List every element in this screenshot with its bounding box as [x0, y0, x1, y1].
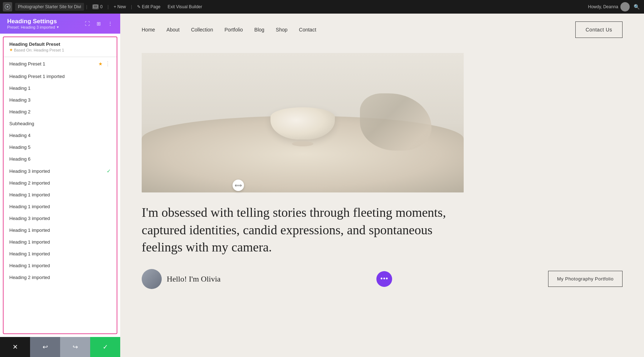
preset-item-name: Heading 2	[9, 109, 111, 114]
hero-caption-text: I'm obsessed with telling stories throug…	[142, 204, 449, 256]
preset-item-name: Subheading	[9, 121, 111, 126]
preset-item-name: Heading 2 imported	[9, 275, 111, 280]
preset-item-name: Heading 3	[9, 97, 111, 103]
preset-item-name: Heading 1 imported	[9, 228, 111, 233]
preset-item[interactable]: Heading Preset 1 imported	[4, 70, 117, 82]
preset-item[interactable]: Heading 3 imported✓	[4, 165, 117, 177]
preset-item[interactable]: Heading 2	[4, 106, 117, 118]
preset-item[interactable]: Heading 1 imported	[4, 189, 117, 201]
preset-item-name: Heading 1 imported	[9, 251, 111, 256]
profile-left: Hello! I'm Olivia	[142, 269, 221, 289]
preset-item[interactable]: Heading 1 imported	[4, 224, 117, 236]
preset-item-name: Heading 3 imported	[9, 216, 111, 221]
hero-image	[142, 53, 464, 192]
preset-item-name: Heading 1 imported	[9, 263, 111, 268]
dots-fab-button[interactable]: •••	[376, 271, 392, 287]
preset-item[interactable]: Heading 5	[4, 141, 117, 153]
chevron-down-icon: ▼	[56, 25, 59, 29]
preset-item[interactable]: Heading 3	[4, 94, 117, 106]
preset-item[interactable]: Heading 1 imported	[4, 236, 117, 248]
nav-portfolio[interactable]: Portfolio	[224, 27, 243, 33]
comment-bubble-icon	[92, 4, 99, 9]
layout-icon[interactable]: ⊞	[94, 19, 103, 28]
comment-count[interactable]: 0	[89, 3, 106, 11]
edit-page-button[interactable]: ✎ Edit Page	[134, 3, 163, 11]
profile-row: Hello! I'm Olivia ••• My Photography Por…	[142, 269, 623, 289]
preset-item[interactable]: Heading 1 imported	[4, 201, 117, 212]
search-icon[interactable]: 🔍	[632, 2, 641, 11]
main-layout: Heading Settings Preset: Heading 3 impor…	[0, 14, 644, 357]
cancel-button[interactable]: ✕	[0, 337, 30, 357]
preset-item[interactable]: Heading 2 imported	[4, 177, 117, 189]
preset-item-name: Heading 4	[9, 133, 111, 138]
wp-admin-bar: Photographer Starter Site for Divi | 0 |…	[0, 0, 644, 14]
nav-collection[interactable]: Collection	[191, 27, 213, 33]
panel-bottom-bar: ✕ ↩ ↪ ✓	[0, 337, 120, 357]
site-navigation: Home About Collection Portfolio Blog Sho…	[120, 14, 644, 46]
howdy-user: Howdy, Deanna 🔍	[588, 2, 641, 11]
preset-item[interactable]: Heading Preset 1★⋮	[4, 57, 117, 70]
preset-star-icon[interactable]: ★	[98, 61, 103, 67]
bowl-base	[292, 141, 313, 146]
panel-subtitle[interactable]: Preset: Heading 3 imported ▼	[7, 25, 59, 29]
content-area: ⟺ Home About Collection Portfolio Blog S…	[120, 14, 644, 357]
portfolio-button[interactable]: My Photography Portfolio	[548, 271, 623, 287]
preset-item[interactable]: Heading 6	[4, 153, 117, 165]
preset-item-name: Heading Preset 1 imported	[9, 74, 111, 79]
nav-links: Home About Collection Portfolio Blog Sho…	[142, 27, 316, 33]
preset-item-name: Heading 1 imported	[9, 192, 111, 197]
preset-item-name: Heading 1 imported	[9, 204, 111, 209]
panel-header: Heading Settings Preset: Heading 3 impor…	[0, 14, 120, 34]
svg-point-1	[7, 6, 9, 8]
page-content: I'm obsessed with telling stories throug…	[120, 46, 644, 303]
nav-blog[interactable]: Blog	[254, 27, 264, 33]
undo-button[interactable]: ↩	[30, 337, 60, 357]
preset-based-on: ★ Based On: Heading Preset 1	[9, 48, 111, 52]
preset-item-name: Heading 6	[9, 156, 111, 162]
nav-shop[interactable]: Shop	[276, 27, 288, 33]
nav-contact[interactable]: Contact	[299, 27, 316, 33]
heading-settings-panel: Heading Settings Preset: Heading 3 impor…	[0, 14, 120, 357]
preset-default-title: Heading Default Preset	[9, 41, 111, 47]
save-button[interactable]: ✓	[90, 337, 120, 357]
preset-item-name: Heading 5	[9, 145, 111, 150]
contact-us-button[interactable]: Contact Us	[575, 21, 623, 38]
nav-about[interactable]: About	[166, 27, 180, 33]
redo-button[interactable]: ↪	[60, 337, 90, 357]
avatar	[142, 269, 162, 289]
star-icon: ★	[9, 48, 13, 52]
preset-item-name: Heading 1 imported	[9, 239, 111, 245]
preset-item[interactable]: Heading 2 imported	[4, 272, 117, 283]
more-options-icon[interactable]: ⋮	[106, 19, 114, 28]
fullscreen-icon[interactable]: ⛶	[83, 19, 92, 28]
preset-item[interactable]: Heading 1 imported	[4, 260, 117, 272]
user-avatar[interactable]	[620, 2, 630, 11]
preset-item[interactable]: Heading 4	[4, 129, 117, 141]
preset-dots-icon[interactable]: ⋮	[105, 60, 111, 67]
wp-logo-icon[interactable]	[3, 2, 12, 11]
preset-item-name: Heading 2 imported	[9, 180, 111, 186]
new-button[interactable]: + New	[111, 3, 129, 11]
panel-title: Heading Settings	[7, 18, 59, 25]
preset-item[interactable]: Heading 1 imported	[4, 248, 117, 260]
preset-check-icon: ✓	[107, 168, 111, 174]
nav-home[interactable]: Home	[142, 27, 155, 33]
preset-item-name: Heading 3 imported	[9, 168, 107, 174]
preset-item[interactable]: Heading 1	[4, 82, 117, 94]
profile-name: Hello! I'm Olivia	[167, 274, 221, 284]
preset-item-name: Heading 1	[9, 85, 111, 91]
preset-item[interactable]: Subheading	[4, 118, 117, 129]
preset-item[interactable]: Heading 3 imported	[4, 212, 117, 224]
exit-visual-builder-button[interactable]: Exit Visual Builder	[165, 3, 205, 11]
preset-default-item[interactable]: Heading Default Preset ★ Based On: Headi…	[4, 37, 117, 57]
site-name[interactable]: Photographer Starter Site for Divi	[15, 3, 84, 11]
resize-handle[interactable]: ⟺	[233, 180, 244, 191]
preset-dropdown: Heading Default Preset ★ Based On: Headi…	[3, 36, 117, 334]
preset-list: Heading Preset 1★⋮Heading Preset 1 impor…	[4, 57, 117, 283]
preset-item-name: Heading Preset 1	[9, 61, 98, 67]
svg-rect-2	[93, 5, 98, 8]
